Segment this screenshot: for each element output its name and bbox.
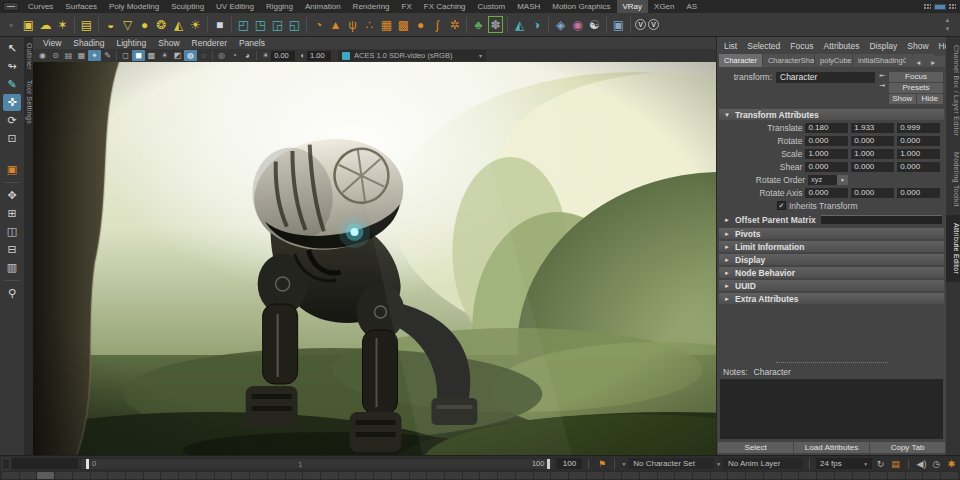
vray-vrscene-icon[interactable]: ◲ xyxy=(270,16,285,33)
section-display[interactable]: ►Display xyxy=(719,254,944,265)
vray-render-elements-icon[interactable]: ✶ xyxy=(55,16,70,33)
speaker-icon[interactable]: ◀) xyxy=(915,459,928,469)
vray-subdiv-icon[interactable]: ▩ xyxy=(396,16,411,33)
tab-channel-box[interactable]: Channel Box / Layer Editor xyxy=(946,37,960,144)
vray-dome-light-icon[interactable]: ◒ xyxy=(103,16,118,33)
vray-object-properties-icon[interactable]: ∫ xyxy=(430,16,445,33)
shelf-tab[interactable]: Motion Graphics xyxy=(546,0,616,13)
rotate-field-1[interactable]: 0.000 xyxy=(851,136,894,146)
shelf-tab[interactable]: Rigging xyxy=(260,0,299,13)
ae-menu-item[interactable]: Focus xyxy=(785,41,818,51)
ae-menu-item[interactable]: Attributes xyxy=(818,41,864,51)
ae-menu-item[interactable]: Display xyxy=(864,41,902,51)
vray-environment-icon[interactable]: ☁ xyxy=(38,16,53,33)
shear-field-0[interactable]: 0.000 xyxy=(805,162,848,172)
end-frame-field[interactable]: 100 xyxy=(556,458,582,469)
rotate-tool-icon[interactable]: ⟳ xyxy=(3,112,21,129)
translate-field-2[interactable]: 0.999 xyxy=(897,123,940,133)
show-button[interactable]: Show xyxy=(889,94,916,104)
shelf-tab[interactable]: XGen xyxy=(648,0,680,13)
vray-framebuffer-icon[interactable]: ▣ xyxy=(611,16,626,33)
vray-light-select-icon[interactable]: ▤ xyxy=(79,16,94,33)
isolate-select-icon[interactable]: ◎ xyxy=(215,50,228,61)
layout-split-vertical-icon[interactable]: ⊟ xyxy=(3,241,21,258)
shelf-tab[interactable]: VRay xyxy=(617,0,649,13)
node-name-field[interactable]: Character xyxy=(776,72,875,83)
vray-standalone-icon[interactable]: ◱ xyxy=(287,16,302,33)
xray-icon[interactable]: ◔ xyxy=(228,50,241,61)
camera-lock-icon[interactable]: ⊙ xyxy=(49,50,62,61)
timeline-menu-icon[interactable] xyxy=(2,458,10,470)
section-pivots[interactable]: ►Pivots xyxy=(719,228,944,239)
chevron-down-icon[interactable]: ▾ xyxy=(716,461,721,467)
vray-help-icon[interactable]: V xyxy=(635,19,646,30)
vray-instancer-icon[interactable]: ✽ xyxy=(488,16,503,33)
ae-menu-item[interactable]: Selected xyxy=(742,41,785,51)
vray-proxy-import-icon[interactable]: ◰ xyxy=(236,16,251,33)
vray-clipper-icon[interactable]: ◔ xyxy=(311,16,326,33)
shear-field-1[interactable]: 0.000 xyxy=(851,162,894,172)
panel-menu-item[interactable]: Show xyxy=(152,38,185,48)
vray-sphere-light-icon[interactable]: ● xyxy=(137,16,152,33)
grease-pencil-icon[interactable]: ✎ xyxy=(101,50,114,61)
shelf-separator[interactable] xyxy=(306,17,307,33)
shelf-tab[interactable]: FX xyxy=(396,0,418,13)
ae-footer-button[interactable]: Copy Tab xyxy=(870,442,945,453)
tab-tool-settings[interactable]: Tool Settings xyxy=(24,76,33,128)
shelf-tab[interactable]: Curves xyxy=(22,0,59,13)
shelf-tab[interactable]: Sculpting xyxy=(165,0,210,13)
shelf-separator[interactable] xyxy=(231,17,232,33)
translate-field-1[interactable]: 1.933 xyxy=(851,123,894,133)
vray-fur-icon[interactable]: ψ xyxy=(345,16,360,33)
focus-button[interactable]: Focus xyxy=(889,72,943,82)
shear-field-2[interactable]: 0.000 xyxy=(897,162,940,172)
character-set-dropdown[interactable]: No Character Set xyxy=(628,458,714,469)
exposure-field[interactable]: 0.00 xyxy=(271,51,295,61)
section-uuid[interactable]: ►UUID xyxy=(719,280,944,291)
loop-icon[interactable]: ↻ xyxy=(874,459,887,469)
range-end-handle[interactable] xyxy=(547,459,550,469)
chevron-down-icon[interactable]: ▾ xyxy=(621,461,626,467)
vray-material-library-icon[interactable]: ☯ xyxy=(587,16,602,33)
vray-logo-icon[interactable]: V xyxy=(648,19,659,30)
rotate-order-dropdown[interactable]: xyz▾ xyxy=(808,175,848,185)
section-offset-parent-matrix[interactable]: ► Offset Parent Matrix xyxy=(719,213,944,226)
vray-settings-icon[interactable]: ✲ xyxy=(447,16,462,33)
shelf-tab[interactable]: AS xyxy=(681,0,704,13)
anim-layer-dropdown[interactable]: No Anim Layer xyxy=(723,458,803,469)
ae-menu-item[interactable]: List xyxy=(719,41,742,51)
textured-icon[interactable]: ▩ xyxy=(145,50,158,61)
range-slider-handle[interactable] xyxy=(37,472,54,479)
layout-split-horizontal-icon[interactable]: ◫ xyxy=(3,223,21,240)
scale-field-1[interactable]: 1.000 xyxy=(851,149,894,159)
playhead[interactable]: 0 xyxy=(86,459,96,469)
chevron-left-icon[interactable]: ◂ xyxy=(911,56,925,67)
animation-preferences-icon[interactable]: ✱ xyxy=(945,459,958,469)
shaded-icon[interactable]: ◼ xyxy=(132,50,145,61)
ae-footer-button[interactable]: Load Attributes xyxy=(794,442,869,453)
tab-scroll-arrows[interactable]: ◂ ▸ xyxy=(906,56,945,67)
gamma-field[interactable]: 1.00 xyxy=(307,51,331,61)
ae-footer-button[interactable]: Select xyxy=(718,442,793,453)
shelf-separator[interactable] xyxy=(98,17,99,33)
toolbar-separator[interactable] xyxy=(256,51,257,60)
panel-menu-item[interactable]: Lighting xyxy=(110,38,152,48)
screen-space-ao-icon[interactable]: ◍ xyxy=(184,50,197,61)
vray-sphere-fade-icon[interactable]: ● xyxy=(413,16,428,33)
shelf-tab[interactable]: Surfaces xyxy=(59,0,103,13)
lasso-tool-icon[interactable]: ↬ xyxy=(3,58,21,75)
vray-bake-tools-icon[interactable]: ◑ xyxy=(529,16,544,33)
scale-field-2[interactable]: 1.000 xyxy=(897,149,940,159)
panel-menu-item[interactable]: Renderer xyxy=(186,38,233,48)
scale-field-0[interactable]: 1.000 xyxy=(805,149,848,159)
shelf-separator[interactable] xyxy=(466,17,467,33)
motion-blur-icon[interactable]: ◌ xyxy=(197,50,210,61)
vray-infinite-plane-icon[interactable]: ■ xyxy=(212,16,227,33)
layout-single-pane-icon[interactable]: ✥ xyxy=(3,187,21,204)
show-hidden-icon[interactable]: ⇥ xyxy=(879,82,885,89)
section-transform-attributes[interactable]: ▼ Transform Attributes xyxy=(719,109,944,120)
view-transform-dropdown[interactable]: ACES 1.0 SDR-video (sRGB) ▾ xyxy=(338,50,486,61)
pan-zoom-icon[interactable]: ⌖ xyxy=(88,50,101,61)
presets-button[interactable]: Presets xyxy=(889,83,943,93)
panel-menu-item[interactable]: Shading xyxy=(67,38,110,48)
